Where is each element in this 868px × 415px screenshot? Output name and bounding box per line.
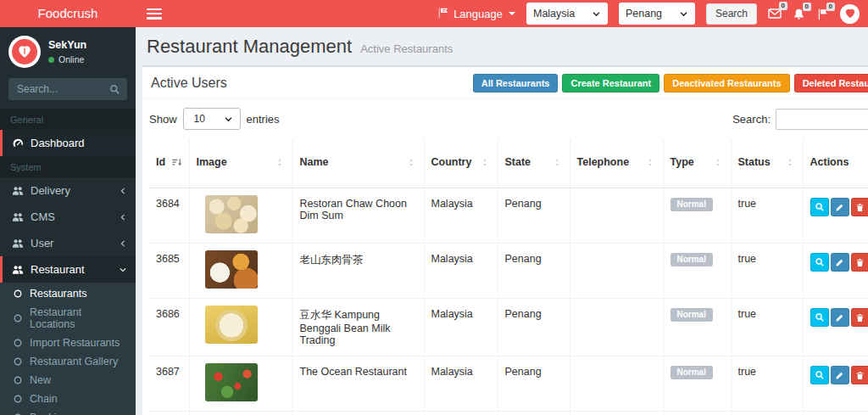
sort-icon	[480, 157, 491, 168]
edit-button[interactable]	[831, 253, 849, 272]
column-header-name[interactable]: Name	[292, 139, 424, 188]
sidebar-subentry: Restaurants	[0, 284, 136, 303]
circle-icon	[13, 356, 23, 367]
edit-button[interactable]	[831, 198, 849, 216]
sidebar-subentry: Import Restaurants	[0, 334, 136, 352]
sidebar-subitem-label: Import Restaurants	[30, 337, 120, 349]
column-header-image[interactable]: Image	[189, 139, 292, 188]
view-button[interactable]	[810, 308, 829, 327]
view-button[interactable]	[810, 253, 829, 272]
sidebar-subitem-new[interactable]: New	[0, 371, 136, 390]
sort-icon	[785, 157, 796, 168]
all-restaurants-button[interactable]: All Restaurants	[473, 74, 559, 93]
cell-status: true	[731, 356, 803, 411]
panel-buttons: All RestaurantsCreate RestaurantDeactiva…	[473, 74, 868, 93]
restaurant-image	[205, 250, 258, 289]
sidebar-subitem-restaurant-gallery[interactable]: Restaurant Gallery	[0, 352, 136, 371]
sidebar-item-cms[interactable]: CMS	[0, 204, 136, 230]
delete-button[interactable]	[851, 198, 868, 216]
chevron-down-icon	[679, 9, 688, 19]
user-avatar[interactable]	[8, 36, 41, 68]
brand-logo[interactable]: Foodcrush	[0, 0, 136, 27]
top-header: Foodcrush Language Malaysia Penang	[0, 0, 868, 27]
cell-status: true	[731, 188, 803, 243]
sidebar-subitem-chain[interactable]: Chain	[0, 390, 136, 408]
delete-button[interactable]	[851, 308, 868, 327]
create-restaurant-button[interactable]: Create Restaurant	[562, 74, 659, 93]
sidebar-entry: User	[0, 230, 136, 256]
deactivated-restaurants-button[interactable]: Deactivated Restaurants	[664, 74, 789, 93]
sidebar-item-dashboard[interactable]: Dashboard	[0, 130, 136, 156]
edit-button[interactable]	[831, 308, 849, 327]
users-icon	[12, 238, 24, 250]
table-search-input[interactable]	[776, 109, 868, 130]
column-header-id[interactable]: Id	[149, 139, 189, 188]
table-header-row: IdImageNameCountryStateTelephoneTypeStat…	[149, 139, 868, 188]
sidebar-subitem-import-restaurants[interactable]: Import Restaurants	[0, 334, 136, 352]
sidebar-item-label: Dashboard	[31, 137, 85, 149]
country-select[interactable]: Malaysia	[526, 3, 608, 25]
restaurant-image	[205, 306, 258, 344]
edit-button[interactable]	[831, 366, 849, 384]
user-avatar[interactable]	[840, 4, 860, 24]
cell-id: 3686	[149, 298, 189, 356]
hamburger-menu-icon[interactable]	[147, 8, 162, 20]
header-search-button[interactable]: Search	[706, 3, 757, 25]
sidebar-subitem-restaurants[interactable]: Restaurants	[0, 284, 136, 303]
sidebar-item-delivery[interactable]: Delivery	[0, 177, 136, 204]
page-length-control: Show 10 entries	[149, 108, 280, 130]
delete-button[interactable]	[851, 366, 868, 384]
sidebar-subitem-restaurant-locations[interactable]: Restaurant Locations	[0, 303, 136, 334]
cell-type: Normal	[663, 411, 731, 415]
sidebar-subentry: Booking	[0, 408, 136, 415]
sidebar-search	[8, 78, 127, 100]
sidebar-subitem-booking[interactable]: Booking	[0, 408, 136, 415]
sidebar-section-header: General	[0, 109, 136, 130]
circle-icon	[13, 338, 23, 348]
search-icon[interactable]	[109, 83, 120, 98]
column-header-country[interactable]: Country	[424, 139, 498, 188]
messages-menu[interactable]: 0	[768, 7, 782, 20]
cell-country: Malaysia	[424, 243, 498, 298]
page-length-select[interactable]: 10	[183, 108, 241, 130]
view-button[interactable]	[810, 198, 829, 216]
sidebar-entry: Delivery	[0, 177, 136, 204]
column-header-state[interactable]: State	[498, 139, 570, 188]
brand-heart-icon	[12, 39, 37, 64]
users-icon	[12, 185, 24, 197]
restaurant-image	[205, 195, 258, 233]
column-label: Id	[156, 156, 165, 168]
top-navbar: Language Malaysia Penang Search 0	[136, 0, 868, 27]
search-label: Search:	[732, 113, 771, 126]
page-subtitle: Active Restaurants	[360, 42, 453, 55]
sort-icon	[713, 157, 724, 168]
column-header-status[interactable]: Status	[731, 139, 803, 188]
deleted-restaurants-button[interactable]: Deleted Restaurants	[794, 74, 868, 93]
flags-menu[interactable]: 0	[816, 8, 829, 20]
chevron-left-icon	[119, 187, 127, 195]
sort-icon	[645, 157, 656, 168]
cell-status: true	[731, 411, 803, 415]
column-header-type[interactable]: Type	[663, 139, 731, 188]
user-status: Online	[48, 54, 86, 64]
language-label: Language	[453, 8, 503, 20]
language-menu[interactable]: Language	[437, 7, 515, 21]
circle-icon	[13, 313, 23, 323]
table-filter: Search:	[732, 109, 868, 130]
sidebar-user-panel: SekYun Online	[0, 27, 136, 76]
sidebar-item-restaurant[interactable]: Restaurant	[0, 256, 136, 283]
cell-actions	[803, 411, 868, 415]
sidebar-entry: Dashboard	[0, 130, 136, 156]
delete-button[interactable]	[851, 253, 868, 272]
view-button[interactable]	[810, 366, 829, 384]
cell-image	[189, 411, 292, 415]
sidebar-subitem-label: Restaurant Locations	[30, 306, 125, 330]
sidebar-item-user[interactable]: User	[0, 230, 136, 256]
sidebar-subitem-label: Chain	[30, 393, 58, 405]
cell-status: true	[731, 243, 803, 298]
notifications-menu[interactable]: 0	[793, 8, 805, 20]
state-select[interactable]: Penang	[619, 3, 695, 25]
cell-state: Penang	[498, 356, 570, 411]
cell-actions	[803, 298, 868, 356]
column-header-telephone[interactable]: Telephone	[570, 139, 663, 188]
